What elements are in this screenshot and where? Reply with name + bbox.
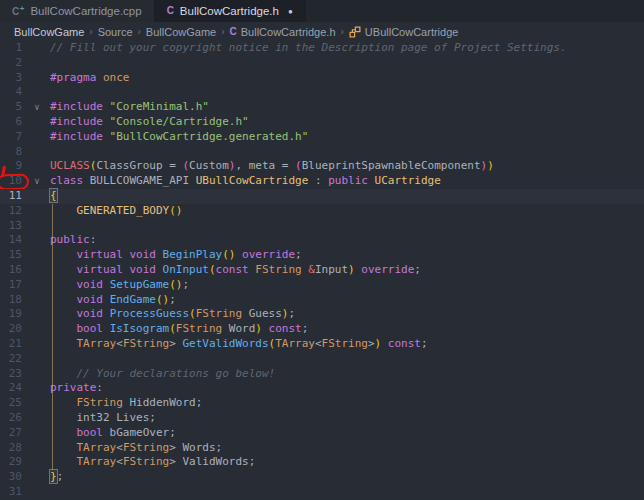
code-text: bool bGameOver; bbox=[50, 426, 176, 441]
code-line-31[interactable]: 31 bbox=[0, 485, 644, 500]
line-number: 29 bbox=[0, 455, 22, 470]
code-line-25[interactable]: 25 FString HiddenWord; bbox=[0, 396, 644, 411]
gutter: 19 bbox=[0, 307, 50, 322]
modified-dot-icon[interactable]: ● bbox=[288, 7, 293, 16]
line-number: 14 bbox=[0, 233, 22, 248]
tab-bullcowcartridge-h[interactable]: C BullCowCartridge.h ● bbox=[155, 0, 306, 22]
code-text: public: bbox=[50, 233, 96, 248]
code-lines: 1// Fill out your copyright notice in th… bbox=[0, 41, 644, 500]
line-number: 21 bbox=[0, 337, 22, 352]
code-line-17[interactable]: 17 void SetupGame(); bbox=[0, 278, 644, 293]
gutter: 3 bbox=[0, 71, 50, 86]
gutter: 17 bbox=[0, 278, 50, 293]
line-number: 7 bbox=[0, 130, 22, 145]
line-number: 26 bbox=[0, 411, 22, 426]
gutter: 18 bbox=[0, 293, 50, 308]
code-text: // Your declarations go below! bbox=[50, 367, 275, 382]
code-line-4[interactable]: 4 bbox=[0, 85, 644, 100]
line-number: 3 bbox=[0, 71, 22, 86]
code-line-15[interactable]: 15 virtual void BeginPlay() override; bbox=[0, 248, 644, 263]
gutter: 30 bbox=[0, 470, 50, 485]
gutter: 29 bbox=[0, 455, 50, 470]
breadcrumb-separator: › bbox=[221, 26, 224, 37]
code-line-2[interactable]: 2 bbox=[0, 56, 644, 71]
fold-chevron-icon[interactable]: ∨ bbox=[29, 174, 45, 189]
line-number: 20 bbox=[0, 322, 22, 337]
gutter: 28 bbox=[0, 441, 50, 456]
code-line-5[interactable]: 5∨#include "CoreMinimal.h" bbox=[0, 100, 644, 115]
gutter: 5∨ bbox=[0, 100, 50, 115]
code-line-10[interactable]: 10∨class BULLCOWGAME_API UBullCowCartrid… bbox=[0, 174, 644, 189]
gutter: 8 bbox=[0, 145, 50, 160]
breadcrumb-folder[interactable]: BullCowGame bbox=[146, 26, 216, 38]
line-number: 13 bbox=[0, 219, 22, 234]
fold-chevron-icon[interactable]: ∨ bbox=[29, 100, 45, 115]
code-line-19[interactable]: 19 void ProcessGuess(FString Guess); bbox=[0, 307, 644, 322]
code-line-20[interactable]: 20 bool IsIsogram(FString Word) const; bbox=[0, 322, 644, 337]
code-line-18[interactable]: 18 void EndGame(); bbox=[0, 293, 644, 308]
code-line-13[interactable]: 13 bbox=[0, 219, 644, 234]
editor-tab-bar: C+ BullCowCartridge.cpp C BullCowCartrid… bbox=[0, 0, 644, 22]
class-symbol-icon bbox=[349, 26, 361, 38]
code-line-24[interactable]: 24private: bbox=[0, 381, 644, 396]
line-number: 18 bbox=[0, 293, 22, 308]
code-line-3[interactable]: 3#pragma once bbox=[0, 71, 644, 86]
code-text: bool IsIsogram(FString Word) const; bbox=[50, 322, 308, 337]
code-line-8[interactable]: 8 bbox=[0, 145, 644, 160]
code-line-29[interactable]: 29 TArray<FString> ValidWords; bbox=[0, 455, 644, 470]
code-text: #pragma once bbox=[50, 71, 129, 86]
code-line-23[interactable]: 23 // Your declarations go below! bbox=[0, 367, 644, 382]
code-line-28[interactable]: 28 TArray<FString> Words; bbox=[0, 441, 644, 456]
gutter: 2 bbox=[0, 56, 50, 71]
code-line-9[interactable]: 9UCLASS(ClassGroup = (Custom), meta = (B… bbox=[0, 159, 644, 174]
line-number: 1 bbox=[0, 41, 22, 56]
code-text: #include "Console/Cartridge.h" bbox=[50, 115, 249, 130]
gutter: 14 bbox=[0, 233, 50, 248]
line-number: 30 bbox=[0, 470, 22, 485]
code-editor[interactable]: 1// Fill out your copyright notice in th… bbox=[0, 41, 644, 500]
line-number: 28 bbox=[0, 441, 22, 456]
gutter: 13 bbox=[0, 219, 50, 234]
code-text: private: bbox=[50, 381, 103, 396]
line-number: 23 bbox=[0, 367, 22, 382]
cpp-file-icon: C+ bbox=[12, 5, 24, 17]
line-number: 17 bbox=[0, 278, 22, 293]
breadcrumb-file[interactable]: C BullCowCartridge.h bbox=[230, 26, 336, 38]
tab-label: BullCowCartridge.h bbox=[180, 5, 279, 17]
line-number: 4 bbox=[0, 85, 22, 100]
breadcrumb-source[interactable]: Source bbox=[98, 26, 133, 38]
code-line-6[interactable]: 6#include "Console/Cartridge.h" bbox=[0, 115, 644, 130]
gutter: 10∨ bbox=[0, 174, 50, 189]
line-number: 8 bbox=[0, 145, 22, 160]
line-number: 19 bbox=[0, 307, 22, 322]
code-line-7[interactable]: 7#include "BullCowCartridge.generated.h" bbox=[0, 130, 644, 145]
tab-label: BullCowCartridge.cpp bbox=[30, 5, 141, 17]
code-text: #include "CoreMinimal.h" bbox=[50, 100, 209, 115]
code-line-21[interactable]: 21 TArray<FString> GetValidWords(TArray<… bbox=[0, 337, 644, 352]
code-text: UCLASS(ClassGroup = (Custom), meta = (Bl… bbox=[50, 159, 494, 174]
code-line-30[interactable]: 30}; bbox=[0, 470, 644, 485]
code-text: }; bbox=[50, 470, 63, 485]
line-number: 11 bbox=[0, 189, 22, 204]
code-line-27[interactable]: 27 bool bGameOver; bbox=[0, 426, 644, 441]
vscode-window: C+ BullCowCartridge.cpp C BullCowCartrid… bbox=[0, 0, 644, 500]
code-line-1[interactable]: 1// Fill out your copyright notice in th… bbox=[0, 41, 644, 56]
code-line-12[interactable]: 12 GENERATED_BODY() bbox=[0, 204, 644, 219]
breadcrumb-project[interactable]: BullCowGame bbox=[14, 26, 84, 38]
breadcrumb-separator: › bbox=[138, 26, 141, 37]
gutter: 27 bbox=[0, 426, 50, 441]
line-number: 24 bbox=[0, 381, 22, 396]
breadcrumb-separator: › bbox=[89, 26, 92, 37]
code-line-14[interactable]: 14public: bbox=[0, 233, 644, 248]
code-line-22[interactable]: 22 bbox=[0, 352, 644, 367]
tab-bullcowcartridge-cpp[interactable]: C+ BullCowCartridge.cpp bbox=[0, 0, 155, 22]
code-text: void SetupGame(); bbox=[50, 278, 189, 293]
code-text: FString HiddenWord; bbox=[50, 396, 202, 411]
code-line-16[interactable]: 16 virtual void OnInput(const FString &I… bbox=[0, 263, 644, 278]
breadcrumb-symbol[interactable]: UBullCowCartridge bbox=[349, 26, 459, 38]
code-line-11[interactable]: 11{ bbox=[0, 189, 644, 204]
gutter: 11 bbox=[0, 189, 50, 204]
line-number: 15 bbox=[0, 248, 22, 263]
breadcrumb-separator: › bbox=[341, 26, 344, 37]
code-line-26[interactable]: 26 int32 Lives; bbox=[0, 411, 644, 426]
